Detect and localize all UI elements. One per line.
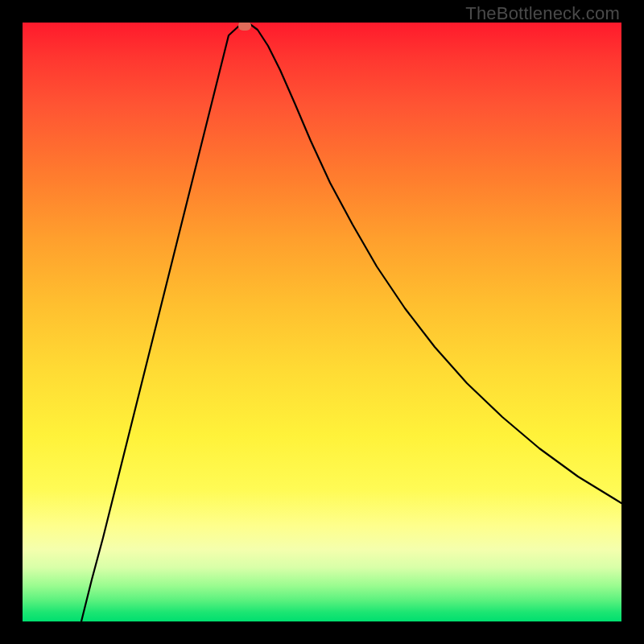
curve-svg	[23, 23, 621, 621]
bottleneck-marker	[238, 23, 251, 31]
chart-frame: TheBottleneck.com	[0, 0, 644, 644]
curve-path	[81, 23, 621, 621]
watermark-text: TheBottleneck.com	[465, 3, 620, 24]
plot-area	[23, 23, 621, 621]
